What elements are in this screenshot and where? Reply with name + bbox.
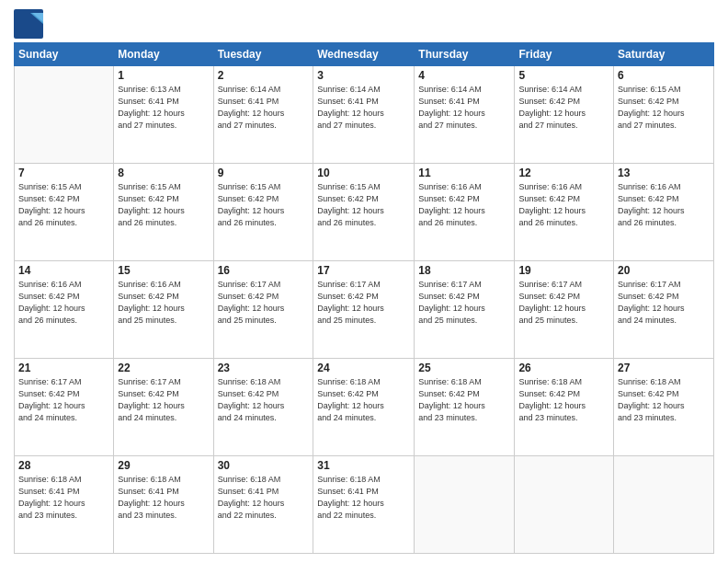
day-number: 2: [218, 69, 310, 82]
day-info: Sunrise: 6:16 AM Sunset: 6:42 PM Dayligh…: [618, 181, 710, 229]
week-row-3: 14Sunrise: 6:16 AM Sunset: 6:42 PM Dayli…: [15, 261, 714, 359]
calendar-cell: 26Sunrise: 6:18 AM Sunset: 6:42 PM Dayli…: [515, 359, 614, 456]
page: SundayMondayTuesdayWednesdayThursdayFrid…: [0, 0, 728, 563]
calendar-cell: 10Sunrise: 6:15 AM Sunset: 6:42 PM Dayli…: [313, 164, 415, 261]
day-info: Sunrise: 6:14 AM Sunset: 6:42 PM Dayligh…: [518, 84, 609, 132]
day-info: Sunrise: 6:18 AM Sunset: 6:42 PM Dayligh…: [218, 376, 310, 424]
day-info: Sunrise: 6:18 AM Sunset: 6:42 PM Dayligh…: [618, 376, 710, 424]
calendar-cell: 7Sunrise: 6:15 AM Sunset: 6:42 PM Daylig…: [15, 164, 114, 261]
day-header-friday: Friday: [515, 43, 614, 66]
calendar-cell: 28Sunrise: 6:18 AM Sunset: 6:41 PM Dayli…: [15, 456, 114, 554]
calendar-cell: 15Sunrise: 6:16 AM Sunset: 6:42 PM Dayli…: [114, 261, 213, 359]
day-info: Sunrise: 6:14 AM Sunset: 6:41 PM Dayligh…: [218, 84, 310, 132]
week-row-1: 1Sunrise: 6:13 AM Sunset: 6:41 PM Daylig…: [15, 66, 714, 164]
day-number: 23: [218, 362, 310, 374]
day-header-monday: Monday: [114, 43, 213, 66]
day-number: 16: [218, 264, 310, 277]
calendar-cell: 24Sunrise: 6:18 AM Sunset: 6:42 PM Dayli…: [313, 359, 415, 456]
calendar-cell: 4Sunrise: 6:14 AM Sunset: 6:41 PM Daylig…: [415, 66, 515, 164]
day-number: 24: [317, 362, 410, 374]
day-info: Sunrise: 6:16 AM Sunset: 6:42 PM Dayligh…: [18, 279, 109, 327]
day-number: 31: [317, 459, 410, 472]
calendar-cell: 30Sunrise: 6:18 AM Sunset: 6:41 PM Dayli…: [213, 456, 313, 554]
day-info: Sunrise: 6:15 AM Sunset: 6:42 PM Dayligh…: [18, 181, 109, 229]
day-info: Sunrise: 6:18 AM Sunset: 6:41 PM Dayligh…: [218, 474, 310, 522]
calendar-cell: 11Sunrise: 6:16 AM Sunset: 6:42 PM Dayli…: [415, 164, 515, 261]
day-info: Sunrise: 6:18 AM Sunset: 6:42 PM Dayligh…: [418, 376, 510, 424]
day-info: Sunrise: 6:18 AM Sunset: 6:41 PM Dayligh…: [118, 474, 209, 522]
day-number: 15: [118, 264, 209, 277]
calendar-cell: 16Sunrise: 6:17 AM Sunset: 6:42 PM Dayli…: [213, 261, 313, 359]
day-number: 29: [118, 459, 209, 472]
day-number: 7: [18, 167, 109, 179]
day-number: 5: [518, 69, 609, 82]
day-number: 28: [18, 459, 109, 472]
day-number: 1: [118, 69, 209, 82]
day-number: 26: [518, 362, 609, 374]
week-row-4: 21Sunrise: 6:17 AM Sunset: 6:42 PM Dayli…: [15, 359, 714, 456]
day-number: 21: [18, 362, 109, 374]
calendar-cell: 8Sunrise: 6:15 AM Sunset: 6:42 PM Daylig…: [114, 164, 213, 261]
day-header-tuesday: Tuesday: [213, 43, 313, 66]
calendar-cell: 1Sunrise: 6:13 AM Sunset: 6:41 PM Daylig…: [114, 66, 213, 164]
day-info: Sunrise: 6:17 AM Sunset: 6:42 PM Dayligh…: [118, 376, 209, 424]
day-info: Sunrise: 6:18 AM Sunset: 6:42 PM Dayligh…: [518, 376, 609, 424]
calendar-cell: 21Sunrise: 6:17 AM Sunset: 6:42 PM Dayli…: [15, 359, 114, 456]
day-info: Sunrise: 6:17 AM Sunset: 6:42 PM Dayligh…: [18, 376, 109, 424]
calendar-cell: 27Sunrise: 6:18 AM Sunset: 6:42 PM Dayli…: [614, 359, 714, 456]
day-info: Sunrise: 6:15 AM Sunset: 6:42 PM Dayligh…: [218, 181, 310, 229]
day-info: Sunrise: 6:16 AM Sunset: 6:42 PM Dayligh…: [418, 181, 510, 229]
day-info: Sunrise: 6:15 AM Sunset: 6:42 PM Dayligh…: [118, 181, 209, 229]
day-number: 8: [118, 167, 209, 179]
calendar-cell: 12Sunrise: 6:16 AM Sunset: 6:42 PM Dayli…: [515, 164, 614, 261]
calendar-cell: 6Sunrise: 6:15 AM Sunset: 6:42 PM Daylig…: [614, 66, 714, 164]
calendar-cell: 14Sunrise: 6:16 AM Sunset: 6:42 PM Dayli…: [15, 261, 114, 359]
day-number: 20: [618, 264, 710, 277]
calendar-cell: 19Sunrise: 6:17 AM Sunset: 6:42 PM Dayli…: [515, 261, 614, 359]
day-info: Sunrise: 6:17 AM Sunset: 6:42 PM Dayligh…: [618, 279, 710, 327]
calendar-cell: 13Sunrise: 6:16 AM Sunset: 6:42 PM Dayli…: [614, 164, 714, 261]
day-number: 4: [418, 69, 510, 82]
week-row-2: 7Sunrise: 6:15 AM Sunset: 6:42 PM Daylig…: [15, 164, 714, 261]
day-info: Sunrise: 6:13 AM Sunset: 6:41 PM Dayligh…: [118, 84, 209, 132]
calendar-cell: 29Sunrise: 6:18 AM Sunset: 6:41 PM Dayli…: [114, 456, 213, 554]
day-info: Sunrise: 6:14 AM Sunset: 6:41 PM Dayligh…: [317, 84, 410, 132]
header: [14, 9, 714, 35]
logo-icon: [14, 9, 40, 35]
day-number: 17: [317, 264, 410, 277]
calendar-table: SundayMondayTuesdayWednesdayThursdayFrid…: [14, 42, 714, 554]
calendar-cell: 22Sunrise: 6:17 AM Sunset: 6:42 PM Dayli…: [114, 359, 213, 456]
day-number: 10: [317, 167, 410, 179]
day-info: Sunrise: 6:14 AM Sunset: 6:41 PM Dayligh…: [418, 84, 510, 132]
calendar-cell: 3Sunrise: 6:14 AM Sunset: 6:41 PM Daylig…: [313, 66, 415, 164]
day-info: Sunrise: 6:16 AM Sunset: 6:42 PM Dayligh…: [518, 181, 609, 229]
day-header-saturday: Saturday: [614, 43, 714, 66]
day-number: 19: [518, 264, 609, 277]
day-info: Sunrise: 6:17 AM Sunset: 6:42 PM Dayligh…: [317, 279, 410, 327]
logo: [14, 9, 41, 35]
calendar-cell: 2Sunrise: 6:14 AM Sunset: 6:41 PM Daylig…: [213, 66, 313, 164]
day-number: 3: [317, 69, 410, 82]
day-number: 6: [618, 69, 710, 82]
day-number: 12: [518, 167, 609, 179]
calendar-cell: 18Sunrise: 6:17 AM Sunset: 6:42 PM Dayli…: [415, 261, 515, 359]
day-info: Sunrise: 6:17 AM Sunset: 6:42 PM Dayligh…: [518, 279, 609, 327]
calendar-cell: 20Sunrise: 6:17 AM Sunset: 6:42 PM Dayli…: [614, 261, 714, 359]
day-header-wednesday: Wednesday: [313, 43, 415, 66]
day-info: Sunrise: 6:17 AM Sunset: 6:42 PM Dayligh…: [218, 279, 310, 327]
calendar-cell: 31Sunrise: 6:18 AM Sunset: 6:41 PM Dayli…: [313, 456, 415, 554]
day-info: Sunrise: 6:16 AM Sunset: 6:42 PM Dayligh…: [118, 279, 209, 327]
day-number: 27: [618, 362, 710, 374]
day-number: 18: [418, 264, 510, 277]
day-number: 22: [118, 362, 209, 374]
day-info: Sunrise: 6:18 AM Sunset: 6:41 PM Dayligh…: [317, 474, 410, 522]
day-info: Sunrise: 6:18 AM Sunset: 6:41 PM Dayligh…: [18, 474, 109, 522]
day-info: Sunrise: 6:18 AM Sunset: 6:42 PM Dayligh…: [317, 376, 410, 424]
calendar-header-row: SundayMondayTuesdayWednesdayThursdayFrid…: [15, 43, 714, 66]
day-number: 11: [418, 167, 510, 179]
calendar-cell: [415, 456, 515, 554]
calendar-cell: [515, 456, 614, 554]
day-header-sunday: Sunday: [15, 43, 114, 66]
calendar-cell: 23Sunrise: 6:18 AM Sunset: 6:42 PM Dayli…: [213, 359, 313, 456]
calendar-cell: [614, 456, 714, 554]
